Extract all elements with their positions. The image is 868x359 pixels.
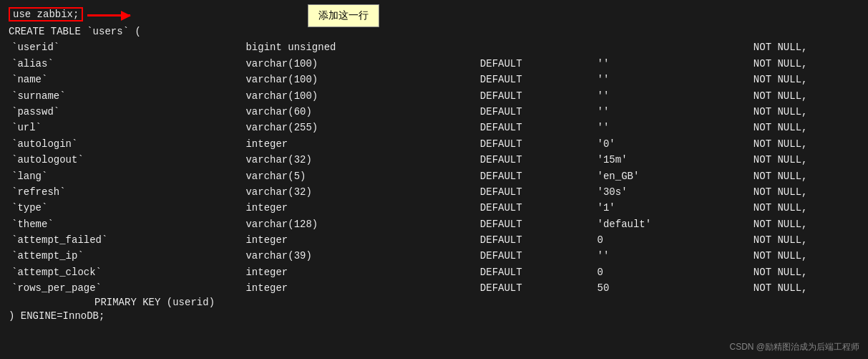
- table-row: `lang`varchar(5)DEFAULT'en_GB'NOT NULL,: [9, 168, 859, 184]
- default-keyword: DEFAULT: [477, 136, 595, 152]
- field-name: `url`: [9, 120, 243, 135]
- tooltip-box: 添加这一行: [308, 4, 379, 27]
- field-type: bigint unsigned: [243, 39, 477, 55]
- field-type: integer: [243, 264, 477, 280]
- table-row: `surname`varchar(100)DEFAULT''NOT NULL,: [9, 88, 859, 104]
- field-type: varchar(255): [243, 120, 477, 135]
- arrow-line: [87, 14, 130, 16]
- table-row: `theme`varchar(128)DEFAULT'default'NOT N…: [9, 216, 859, 232]
- default-value: '': [595, 120, 751, 135]
- default-value: '': [595, 88, 751, 104]
- default-value: '': [595, 248, 751, 264]
- table-row: `userid`bigint unsignedNOT NULL,: [9, 39, 859, 55]
- not-null: NOT NULL,: [751, 72, 859, 87]
- not-null: NOT NULL,: [751, 120, 859, 135]
- field-type: varchar(60): [243, 104, 477, 120]
- default-value: '30s': [595, 184, 751, 200]
- field-type: varchar(100): [243, 88, 477, 104]
- field-name: `attempt_ip`: [9, 248, 243, 264]
- not-null: NOT NULL,: [751, 200, 859, 216]
- not-null: NOT NULL,: [751, 216, 859, 232]
- default-value: '': [595, 72, 751, 87]
- default-keyword: DEFAULT: [477, 232, 595, 248]
- default-value: '1': [595, 200, 751, 216]
- not-null: NOT NULL,: [751, 168, 859, 184]
- field-name: `passwd`: [9, 104, 243, 120]
- default-value: 'default': [595, 216, 751, 232]
- field-type: varchar(39): [243, 248, 477, 264]
- field-type: integer: [243, 136, 477, 152]
- not-null: NOT NULL,: [751, 104, 859, 120]
- field-type: varchar(5): [243, 168, 477, 184]
- table-row: `autologin`integerDEFAULT'0'NOT NULL,: [9, 136, 859, 152]
- field-name: `refresh`: [9, 184, 243, 200]
- field-name: `type`: [9, 200, 243, 216]
- table-row: `attempt_failed`integerDEFAULT0NOT NULL,: [9, 232, 859, 248]
- default-value: '0': [595, 136, 751, 152]
- field-type: varchar(100): [243, 56, 477, 72]
- default-value: '': [595, 56, 751, 72]
- not-null: NOT NULL,: [751, 280, 859, 296]
- create-table-line: CREATE TABLE `users` (: [9, 24, 859, 39]
- use-statement: use zabbix;: [9, 7, 83, 21]
- default-value: 'en_GB': [595, 168, 751, 184]
- primary-key: PRIMARY KEY (userid): [94, 297, 215, 308]
- default-keyword: DEFAULT: [477, 56, 595, 72]
- field-name: `theme`: [9, 216, 243, 232]
- table-row: `autologout`varchar(32)DEFAULT'15m'NOT N…: [9, 152, 859, 168]
- not-null: NOT NULL,: [751, 184, 859, 200]
- table-row: `attempt_clock`integerDEFAULT0NOT NULL,: [9, 264, 859, 280]
- default-keyword: DEFAULT: [477, 72, 595, 87]
- field-name: `autologout`: [9, 152, 243, 168]
- default-keyword: DEFAULT: [477, 120, 595, 135]
- not-null: NOT NULL,: [751, 136, 859, 152]
- field-name: `userid`: [9, 39, 243, 55]
- field-type: integer: [243, 232, 477, 248]
- closing-line: ) ENGINE=InnoDB;: [9, 308, 859, 324]
- field-name: `lang`: [9, 168, 243, 184]
- not-null: NOT NULL,: [751, 248, 859, 264]
- default-value: 0: [595, 232, 751, 248]
- not-null: NOT NULL,: [751, 56, 859, 72]
- default-value: [595, 39, 751, 55]
- field-type: integer: [243, 280, 477, 296]
- field-name: `attempt_failed`: [9, 232, 243, 248]
- arrow-head-right: [121, 11, 131, 21]
- default-keyword: DEFAULT: [477, 248, 595, 264]
- field-name: `name`: [9, 72, 243, 87]
- not-null: NOT NULL,: [751, 232, 859, 248]
- default-keyword: DEFAULT: [477, 152, 595, 168]
- fields-table: `userid`bigint unsignedNOT NULL,`alias`v…: [9, 39, 859, 296]
- field-type: varchar(100): [243, 72, 477, 87]
- default-keyword: DEFAULT: [477, 216, 595, 232]
- field-name: `attempt_clock`: [9, 264, 243, 280]
- closing: ) ENGINE=InnoDB;: [9, 310, 104, 322]
- default-keyword: DEFAULT: [477, 280, 595, 296]
- table-row: `attempt_ip`varchar(39)DEFAULT''NOT NULL…: [9, 248, 859, 264]
- tooltip-text: 添加这一行: [318, 9, 369, 21]
- table-row: `rows_per_page`integerDEFAULT50NOT NULL,: [9, 280, 859, 296]
- primary-key-line: PRIMARY KEY (userid): [9, 297, 859, 308]
- not-null: NOT NULL,: [751, 39, 859, 55]
- code-area: use zabbix; CREATE TABLE `users` ( `user…: [9, 6, 859, 324]
- field-name: `autologin`: [9, 136, 243, 152]
- main-container: 添加这一行 use zabbix; CREATE TABLE `users` (…: [0, 0, 868, 359]
- default-keyword: DEFAULT: [477, 200, 595, 216]
- field-type: varchar(128): [243, 216, 477, 232]
- default-value: '15m': [595, 152, 751, 168]
- field-type: varchar(32): [243, 152, 477, 168]
- arrow: [86, 14, 130, 16]
- not-null: NOT NULL,: [751, 264, 859, 280]
- table-row: `alias`varchar(100)DEFAULT''NOT NULL,: [9, 56, 859, 72]
- default-value: '': [595, 104, 751, 120]
- field-name: `alias`: [9, 56, 243, 72]
- table-row: `url`varchar(255)DEFAULT''NOT NULL,: [9, 120, 859, 135]
- default-keyword: DEFAULT: [477, 104, 595, 120]
- default-keyword: DEFAULT: [477, 168, 595, 184]
- field-type: varchar(32): [243, 184, 477, 200]
- use-statement-line: use zabbix;: [9, 7, 859, 23]
- field-name: `rows_per_page`: [9, 280, 243, 296]
- not-null: NOT NULL,: [751, 152, 859, 168]
- table-row: `refresh`varchar(32)DEFAULT'30s'NOT NULL…: [9, 184, 859, 200]
- watermark: CSDN @励精图治成为后端工程师: [729, 341, 859, 353]
